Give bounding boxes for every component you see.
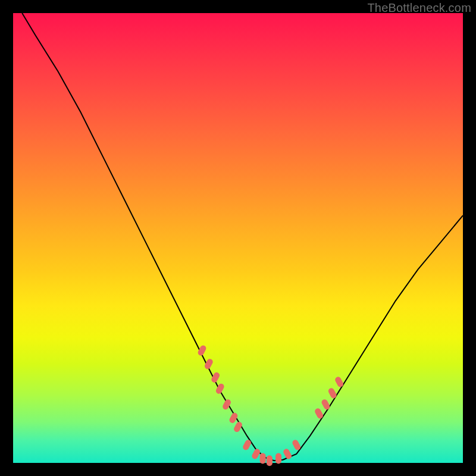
curve-marker xyxy=(203,358,214,370)
curve-marker xyxy=(251,448,261,461)
curve-marker xyxy=(267,455,273,466)
curve-marker xyxy=(228,412,239,424)
curve-marker xyxy=(260,453,266,464)
marker-layer xyxy=(197,345,345,466)
curve-marker xyxy=(197,345,207,357)
curve-layer xyxy=(22,13,463,461)
curve-marker xyxy=(283,448,293,461)
curve-svg xyxy=(13,13,463,463)
chart-container: TheBottleneck.com xyxy=(0,0,476,476)
plot-area xyxy=(13,13,463,463)
curve-marker xyxy=(327,387,337,400)
curve-marker xyxy=(275,453,281,464)
curve-marker xyxy=(211,371,221,384)
bottleneck-curve xyxy=(22,13,463,461)
curve-marker xyxy=(321,398,331,411)
